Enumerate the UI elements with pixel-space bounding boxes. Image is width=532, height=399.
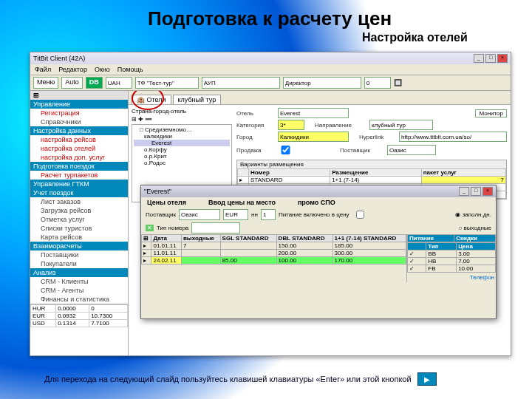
sidebar-item-dict[interactable]: Справочники [30,117,128,126]
table-row[interactable]: ✓HB7.00 [408,258,496,265]
popup-nn[interactable] [261,209,276,220]
aup-field[interactable] [202,77,280,89]
auto-button[interactable]: Auto [61,77,83,89]
sidebar-item-crm-agents[interactable]: CRM - Агенты [30,286,128,295]
food-checkbox[interactable] [355,211,365,219]
city-input[interactable] [278,132,349,142]
titlebar: TitBit Client (42A) _ □ × [30,52,511,64]
prices-popup: "Everest" _□× Цены отеляВвод цены на мес… [140,185,497,319]
footer-text: Для перехода на следующий слайд пользуйт… [44,375,412,383]
category-input[interactable] [278,120,304,130]
table-row[interactable]: ✓FB10.00 [408,265,496,273]
slide-subtitle: Настройка отелей [362,31,468,44]
slide-title: Подготовка к расчету цен [148,7,392,30]
popup-close[interactable]: × [482,187,493,196]
sidebar-grp-acct[interactable]: Учет поездок [30,188,128,197]
db-button[interactable]: DB [86,77,103,89]
menu-button[interactable]: Меню [33,77,58,89]
tab-tour[interactable]: клубный тур [173,95,222,104]
monitor-button[interactable]: Монитор [475,109,507,117]
sidebar-item-suppliers[interactable]: Поставщики [30,250,128,259]
table-row[interactable]: ▸01.01.117150.00185.00 [142,242,406,250]
sidebar-item-extras[interactable]: настройка доп. услуг [30,153,128,162]
sidebar-grp-manage[interactable]: Управление [30,100,128,109]
sidebar-grp-gtkm[interactable]: Управление ГТКМ [30,180,128,188]
rates-table: HUR0.00000 EUR0.093210.7300 USD0.13147.7… [30,304,128,327]
maximize-button[interactable]: □ [485,54,496,63]
hotel-input[interactable] [278,108,349,118]
footer: Для перехода на следующий слайд пользуйт… [44,372,437,386]
room-type[interactable] [191,222,240,233]
sidebar-item-orders[interactable]: Лист заказов [30,197,128,206]
minimize-button[interactable]: _ [474,54,484,63]
menubar: Файл Редактор Окно Помощь [30,64,511,75]
meals-panel: ПитаниеСкидки ТипЦена ✓BB3.00 ✓HB7.00 ✓F… [406,234,496,282]
sidebar-item-reg[interactable]: Регистрация [30,109,128,117]
sidebar: ⊞ Управление Регистрация Справочники Нас… [30,91,129,355]
menu-window[interactable]: Окно [95,66,110,73]
table-row[interactable]: ▸STANDARD1+1 (7-14)7 [238,177,506,184]
director-field[interactable] [283,77,361,89]
tab-hotels[interactable]: 🏨 Отели [132,95,171,104]
currency-field[interactable] [106,77,132,89]
sidebar-item-finance[interactable]: Финансы и статистика [30,295,128,304]
popup-currency[interactable] [223,209,248,220]
toolbar-end-icon[interactable]: 🔲 [394,79,402,86]
sidebar-item-services[interactable]: Отметка услуг [30,215,128,224]
table-row[interactable]: ▸24.02.1185.00100.00170.00 [142,257,406,265]
sale-checkbox[interactable] [281,146,290,154]
sidebar-item-calc[interactable]: Расчет турпакетов [30,171,128,180]
menu-file[interactable]: Файл [35,66,51,73]
sidebar-item-tourists[interactable]: Списки туристов [30,224,128,233]
window-title: TitBit Client (42A) [33,55,85,62]
sidebar-item-buyers[interactable]: Покупатели [30,259,128,268]
sidebar-grp-data[interactable]: Настройка данных [30,126,128,135]
menu-editor[interactable]: Редактор [58,66,87,73]
hyperlink-input[interactable] [399,132,507,142]
sidebar-item-hotels[interactable]: настройка отелей [30,144,128,153]
popup-title: "Everest" [144,188,171,195]
num-field[interactable] [364,77,391,89]
popup-max[interactable]: □ [471,187,481,196]
nav-toggle[interactable]: ⊞ [30,91,128,100]
sidebar-item-load[interactable]: Загрузка рейсов [30,206,128,215]
sidebar-item-flights[interactable]: настройка рейсов [30,135,128,144]
sidebar-item-crm-clients[interactable]: CRM - Клиенты [30,277,128,286]
close-button[interactable]: × [497,54,508,63]
sidebar-grp-settle[interactable]: Взаиморасчеты [30,242,128,250]
menu-help[interactable]: Помощь [117,66,143,73]
firm-field[interactable] [135,77,199,89]
popup-supplier[interactable] [179,209,220,220]
provider-input[interactable] [387,145,436,155]
sidebar-item-flightmap[interactable]: Карта рейсов [30,233,128,242]
sidebar-grp-analysis[interactable]: Анализ [30,268,128,277]
tabbar: 🏨 Отели клубный тур [129,91,511,105]
popup-min[interactable]: _ [459,187,469,196]
tree-label: Страна-город-отель [132,108,232,115]
next-button[interactable]: ▶ [417,372,437,386]
direction-input[interactable] [369,120,433,130]
toolbar: Меню Auto DB 🔲 [30,75,511,91]
sidebar-grp-trips[interactable]: Подготовка поездок [30,162,128,171]
prices-table: ⊞ДатавыходныеSGL STANDARDDBL STANDARD1+1… [141,234,406,265]
table-row[interactable]: ▸11.01.11200.00300.00 [142,250,406,257]
table-row[interactable]: ✓BB3.00 [408,250,496,258]
phone-link[interactable]: Телефон [407,273,496,282]
